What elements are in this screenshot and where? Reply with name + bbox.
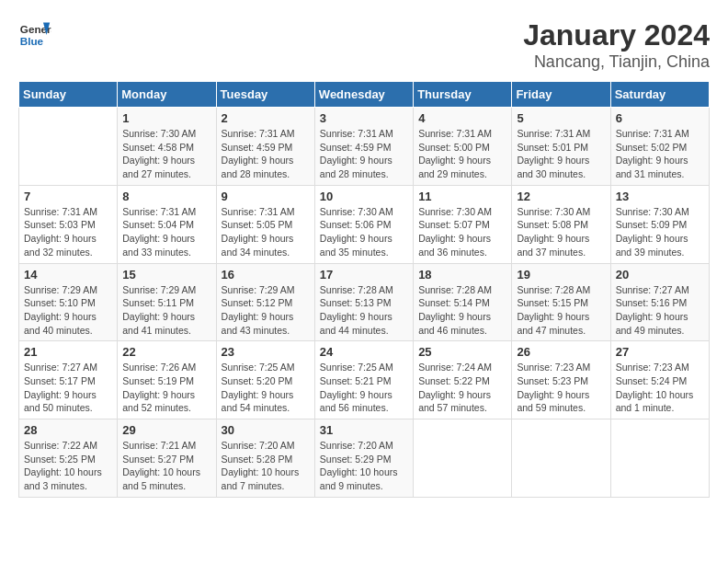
day-info: Sunrise: 7:21 AMSunset: 5:27 PMDaylight:…	[122, 439, 210, 493]
calendar-cell: 22Sunrise: 7:26 AMSunset: 5:19 PMDayligh…	[118, 341, 216, 419]
calendar-cell: 15Sunrise: 7:29 AMSunset: 5:11 PMDayligh…	[118, 263, 216, 341]
day-number: 30	[222, 423, 310, 437]
calendar-cell: 3Sunrise: 7:31 AMSunset: 4:59 PMDaylight…	[314, 108, 413, 186]
column-header-thursday: Thursday	[414, 82, 512, 108]
day-info: Sunrise: 7:31 AMSunset: 5:04 PMDaylight:…	[122, 205, 210, 259]
calendar-cell: 31Sunrise: 7:20 AMSunset: 5:29 PMDayligh…	[314, 419, 413, 498]
calendar-cell: 30Sunrise: 7:20 AMSunset: 5:28 PMDayligh…	[216, 419, 314, 498]
day-number: 28	[24, 423, 112, 437]
day-number: 24	[320, 345, 408, 359]
day-number: 27	[616, 345, 704, 359]
day-info: Sunrise: 7:23 AMSunset: 5:24 PMDaylight:…	[616, 361, 704, 415]
day-number: 13	[616, 190, 704, 203]
column-header-monday: Monday	[118, 82, 216, 108]
calendar-cell: 2Sunrise: 7:31 AMSunset: 4:59 PMDaylight…	[216, 108, 314, 186]
day-info: Sunrise: 7:23 AMSunset: 5:23 PMDaylight:…	[517, 361, 605, 415]
calendar-cell: 27Sunrise: 7:23 AMSunset: 5:24 PMDayligh…	[610, 341, 709, 419]
title-block: January 2024 Nancang, Tianjin, China	[523, 18, 710, 72]
day-info: Sunrise: 7:25 AMSunset: 5:20 PMDaylight:…	[222, 361, 310, 415]
column-header-saturday: Saturday	[610, 82, 709, 108]
day-info: Sunrise: 7:29 AMSunset: 5:10 PMDaylight:…	[24, 283, 112, 338]
day-number: 10	[320, 190, 408, 203]
day-info: Sunrise: 7:31 AMSunset: 5:00 PMDaylight:…	[418, 127, 506, 181]
calendar-table: SundayMondayTuesdayWednesdayThursdayFrid…	[18, 81, 710, 498]
day-info: Sunrise: 7:31 AMSunset: 5:02 PMDaylight:…	[616, 127, 704, 181]
week-row-5: 28Sunrise: 7:22 AMSunset: 5:25 PMDayligh…	[19, 419, 710, 498]
column-header-wednesday: Wednesday	[314, 82, 413, 108]
logo: General Blue	[18, 18, 51, 52]
day-number: 25	[418, 345, 506, 359]
page-subtitle: Nancang, Tianjin, China	[523, 52, 710, 72]
day-number: 16	[222, 268, 310, 282]
logo-icon: General Blue	[18, 18, 51, 52]
day-number: 23	[222, 345, 310, 359]
day-info: Sunrise: 7:30 AMSunset: 5:09 PMDaylight:…	[616, 205, 704, 259]
day-number: 8	[122, 190, 210, 203]
day-info: Sunrise: 7:30 AMSunset: 4:58 PMDaylight:…	[122, 127, 210, 181]
day-info: Sunrise: 7:31 AMSunset: 5:01 PMDaylight:…	[517, 127, 605, 181]
day-number: 17	[320, 268, 408, 282]
day-number: 11	[418, 190, 506, 203]
day-number: 5	[517, 111, 605, 125]
calendar-cell: 25Sunrise: 7:24 AMSunset: 5:22 PMDayligh…	[414, 341, 512, 419]
week-row-2: 7Sunrise: 7:31 AMSunset: 5:03 PMDaylight…	[19, 185, 710, 263]
day-info: Sunrise: 7:31 AMSunset: 4:59 PMDaylight:…	[222, 127, 310, 181]
calendar-cell: 10Sunrise: 7:30 AMSunset: 5:06 PMDayligh…	[314, 185, 413, 263]
day-number: 31	[320, 423, 408, 437]
calendar-cell: 29Sunrise: 7:21 AMSunset: 5:27 PMDayligh…	[118, 419, 216, 498]
calendar-cell: 14Sunrise: 7:29 AMSunset: 5:10 PMDayligh…	[19, 263, 118, 341]
day-number: 19	[517, 268, 605, 282]
calendar-cell: 13Sunrise: 7:30 AMSunset: 5:09 PMDayligh…	[610, 185, 709, 263]
week-row-1: 1Sunrise: 7:30 AMSunset: 4:58 PMDaylight…	[19, 108, 710, 186]
day-info: Sunrise: 7:20 AMSunset: 5:29 PMDaylight:…	[320, 439, 408, 493]
calendar-cell: 9Sunrise: 7:31 AMSunset: 5:05 PMDaylight…	[216, 185, 314, 263]
day-info: Sunrise: 7:29 AMSunset: 5:11 PMDaylight:…	[122, 283, 210, 338]
day-info: Sunrise: 7:25 AMSunset: 5:21 PMDaylight:…	[320, 361, 408, 415]
calendar-cell: 21Sunrise: 7:27 AMSunset: 5:17 PMDayligh…	[19, 341, 118, 419]
calendar-cell: 20Sunrise: 7:27 AMSunset: 5:16 PMDayligh…	[610, 263, 709, 341]
calendar-cell	[19, 108, 118, 186]
calendar-cell: 28Sunrise: 7:22 AMSunset: 5:25 PMDayligh…	[19, 419, 118, 498]
day-number: 6	[616, 111, 704, 125]
calendar-cell	[610, 419, 709, 498]
day-info: Sunrise: 7:28 AMSunset: 5:14 PMDaylight:…	[418, 283, 506, 338]
day-number: 1	[122, 111, 210, 125]
calendar-cell: 12Sunrise: 7:30 AMSunset: 5:08 PMDayligh…	[512, 185, 610, 263]
calendar-cell	[414, 419, 512, 498]
day-info: Sunrise: 7:31 AMSunset: 5:05 PMDaylight:…	[222, 205, 310, 259]
calendar-cell: 8Sunrise: 7:31 AMSunset: 5:04 PMDaylight…	[118, 185, 216, 263]
day-info: Sunrise: 7:28 AMSunset: 5:15 PMDaylight:…	[517, 283, 605, 338]
calendar-cell: 11Sunrise: 7:30 AMSunset: 5:07 PMDayligh…	[414, 185, 512, 263]
day-number: 26	[517, 345, 605, 359]
day-info: Sunrise: 7:27 AMSunset: 5:16 PMDaylight:…	[616, 283, 704, 338]
calendar-cell: 17Sunrise: 7:28 AMSunset: 5:13 PMDayligh…	[314, 263, 413, 341]
day-number: 12	[517, 190, 605, 203]
day-info: Sunrise: 7:29 AMSunset: 5:12 PMDaylight:…	[222, 283, 310, 338]
day-info: Sunrise: 7:30 AMSunset: 5:08 PMDaylight:…	[517, 205, 605, 259]
day-info: Sunrise: 7:31 AMSunset: 4:59 PMDaylight:…	[320, 127, 408, 181]
calendar-cell	[512, 419, 610, 498]
day-info: Sunrise: 7:27 AMSunset: 5:17 PMDaylight:…	[24, 361, 112, 415]
calendar-cell: 24Sunrise: 7:25 AMSunset: 5:21 PMDayligh…	[314, 341, 413, 419]
week-row-4: 21Sunrise: 7:27 AMSunset: 5:17 PMDayligh…	[19, 341, 710, 419]
calendar-cell: 6Sunrise: 7:31 AMSunset: 5:02 PMDaylight…	[610, 108, 709, 186]
page-header: General Blue January 2024 Nancang, Tianj…	[18, 18, 710, 72]
day-info: Sunrise: 7:24 AMSunset: 5:22 PMDaylight:…	[418, 361, 506, 415]
column-headers: SundayMondayTuesdayWednesdayThursdayFrid…	[19, 82, 710, 108]
week-row-3: 14Sunrise: 7:29 AMSunset: 5:10 PMDayligh…	[19, 263, 710, 341]
day-info: Sunrise: 7:30 AMSunset: 5:07 PMDaylight:…	[418, 205, 506, 259]
calendar-cell: 1Sunrise: 7:30 AMSunset: 4:58 PMDaylight…	[118, 108, 216, 186]
column-header-sunday: Sunday	[19, 82, 118, 108]
day-number: 18	[418, 268, 506, 282]
day-number: 2	[222, 111, 310, 125]
calendar-cell: 19Sunrise: 7:28 AMSunset: 5:15 PMDayligh…	[512, 263, 610, 341]
day-number: 14	[24, 268, 112, 282]
day-number: 21	[24, 345, 112, 359]
day-info: Sunrise: 7:20 AMSunset: 5:28 PMDaylight:…	[222, 439, 310, 493]
day-number: 9	[222, 190, 310, 203]
day-number: 7	[24, 190, 112, 203]
page-title: January 2024	[523, 18, 710, 52]
day-number: 29	[122, 423, 210, 437]
column-header-friday: Friday	[512, 82, 610, 108]
day-info: Sunrise: 7:26 AMSunset: 5:19 PMDaylight:…	[122, 361, 210, 415]
